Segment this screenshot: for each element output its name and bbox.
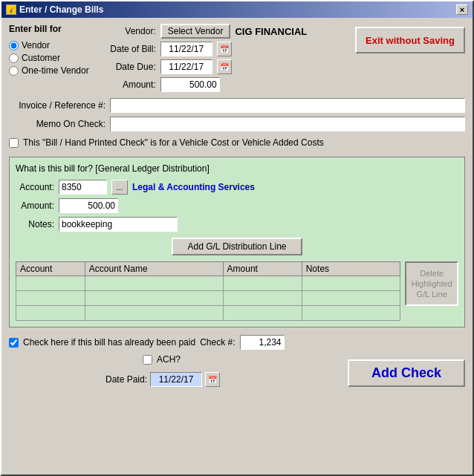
date-of-bill-label: Date of Bill: (97, 44, 156, 54)
vendor-label: Vendor: (97, 26, 156, 36)
vehicle-cost-label: This "Bill / Hand Printed Check" is for … (23, 137, 324, 148)
ach-checkbox[interactable] (143, 355, 152, 365)
add-gl-distribution-button[interactable]: Add G/L Distribution Line (172, 238, 303, 255)
gl-legal-text: Legal & Accounting Services (132, 182, 255, 192)
memo-label: Memo On Check: (9, 119, 105, 129)
date-of-bill-input[interactable]: 11/22/17 (160, 42, 212, 56)
window-title: Enter / Change Bills (19, 4, 103, 15)
radio-vendor[interactable]: Vendor (9, 40, 89, 50)
add-check-button[interactable]: Add Check (348, 359, 465, 387)
memo-input[interactable] (110, 117, 465, 131)
radio-customer[interactable]: Customer (9, 53, 89, 63)
gl-account-input[interactable]: 8350 (59, 180, 107, 195)
check-num-input[interactable]: 1,234 (240, 335, 285, 350)
gl-amount-input[interactable]: 500.00 (59, 198, 118, 213)
table-row[interactable] (16, 291, 400, 306)
gl-section-title: What is this bill for? [General Ledger D… (16, 163, 458, 174)
gl-account-ellipsis-button[interactable]: ... (111, 180, 128, 195)
gl-cell-account (16, 276, 85, 291)
invoice-label: Invoice / Reference #: (9, 100, 105, 111)
main-window: 💰 Enter / Change Bills × Enter bill for … (0, 0, 474, 476)
date-due-calendar-icon[interactable]: 📅 (217, 59, 232, 74)
date-of-bill-calendar-icon[interactable]: 📅 (217, 42, 232, 56)
vendor-name: CIG FINANCIAL (235, 26, 307, 37)
table-row[interactable] (16, 276, 400, 291)
gl-notes-input[interactable]: bookkeeping (59, 217, 178, 232)
date-due-label: Date Due: (97, 62, 156, 72)
gl-notes-label: Notes: (16, 219, 54, 229)
vehicle-cost-checkbox[interactable] (9, 138, 19, 148)
date-due-input[interactable]: 11/22/17 (160, 59, 212, 74)
title-bar: 💰 Enter / Change Bills × (1, 1, 473, 18)
radio-group: Vendor Customer One-time Vendor (9, 37, 89, 76)
check-paid-checkbox[interactable] (9, 338, 19, 348)
date-paid-calendar-icon[interactable]: 📅 (205, 372, 220, 387)
gl-col-amount: Amount (223, 262, 302, 276)
gl-amount-label: Amount: (16, 200, 54, 211)
close-button[interactable]: × (456, 4, 468, 15)
gl-cell-amount (223, 276, 302, 291)
ach-label: ACH? (157, 354, 181, 365)
table-row[interactable] (16, 306, 400, 321)
select-vendor-button[interactable]: Select Vendor (160, 24, 231, 39)
check-num-label: Check #: (200, 337, 235, 348)
enter-bill-label: Enter bill for (9, 24, 89, 34)
gl-account-label: Account: (16, 182, 54, 192)
exit-without-saving-button[interactable]: Exit without Saving (355, 27, 465, 53)
gl-cell-notes (302, 276, 400, 291)
gl-cell-account-name (85, 276, 223, 291)
date-paid-input[interactable]: 11/22/17 (150, 372, 202, 387)
radio-onetime-vendor[interactable]: One-time Vendor (9, 65, 89, 76)
window-icon: 💰 (6, 4, 16, 15)
gl-col-account-name: Account Name (85, 262, 223, 276)
gl-col-notes: Notes (302, 262, 400, 276)
title-bar-left: 💰 Enter / Change Bills (6, 4, 103, 15)
delete-highlighted-gl-line-button[interactable]: Delete Highlighted G/L Line (405, 261, 458, 306)
amount-label: Amount: (97, 79, 156, 90)
amount-input[interactable]: 500.00 (160, 77, 220, 92)
invoice-input[interactable] (110, 98, 465, 113)
gl-distribution-table: Account Account Name Amount Notes (16, 261, 400, 321)
check-paid-label: Check here if this bill has already been… (23, 337, 195, 348)
gl-col-account: Account (16, 262, 85, 276)
date-paid-label: Date Paid: (105, 374, 147, 385)
